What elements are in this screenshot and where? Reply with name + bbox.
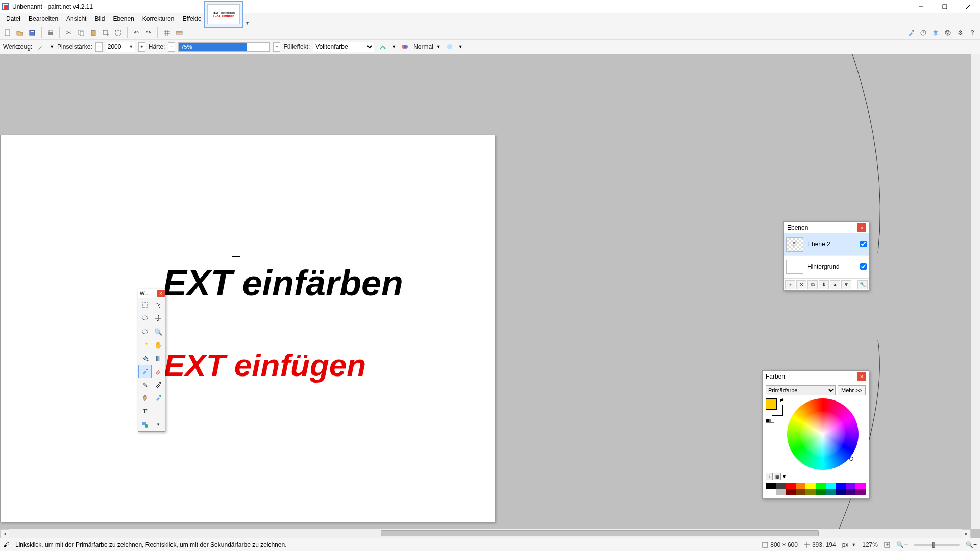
tool-magic-wand[interactable] — [138, 338, 152, 352]
status-unit-selector[interactable]: px▼ — [842, 541, 856, 548]
toggle-tools-panel-button[interactable] — [905, 27, 917, 38]
menu-bild[interactable]: Bild — [90, 13, 109, 26]
layer-add-button[interactable]: ＋ — [785, 280, 795, 289]
save-file-button[interactable] — [27, 27, 38, 38]
primary-color-swatch[interactable] — [766, 398, 777, 410]
fill-select[interactable]: Volltonfarbe — [313, 42, 374, 52]
tools-panel-close[interactable]: × — [157, 290, 165, 297]
undo-button[interactable]: ↶ — [131, 27, 142, 38]
tool-picker-button[interactable] — [35, 41, 46, 53]
layer-visible-checkbox[interactable] — [860, 241, 867, 247]
menu-datei[interactable]: Datei — [2, 13, 24, 26]
crop-button[interactable] — [100, 27, 111, 38]
hscroll-left-arrow[interactable]: ◂ — [0, 529, 9, 538]
reset-colors-icon[interactable] — [766, 419, 774, 423]
swap-colors-icon[interactable]: ⇄ — [780, 397, 784, 403]
window-minimize-button[interactable] — [910, 1, 933, 13]
tool-rect-select[interactable] — [138, 298, 152, 312]
canvas[interactable]: EXT einfärben EXT einfügen — [0, 135, 495, 522]
menu-effekte[interactable]: Effekte — [179, 13, 206, 26]
tool-text[interactable]: T — [138, 405, 152, 418]
tool-picker-caret[interactable]: ▼ — [50, 44, 54, 49]
tool-zoom[interactable]: 🔍 — [152, 325, 165, 338]
color-mode-select[interactable]: Primärfarbe — [766, 385, 836, 395]
antialias-button[interactable] — [377, 41, 388, 53]
horizontal-scrollbar[interactable]: ◂ ▸ — [0, 529, 971, 538]
tool-line[interactable] — [152, 405, 165, 418]
layer-properties-button[interactable]: 🔧 — [857, 280, 868, 289]
layer-duplicate-button[interactable]: ⧉ — [807, 280, 818, 289]
layer-moveup-button[interactable]: ▲ — [830, 280, 840, 289]
hardness-increment[interactable]: + — [273, 42, 280, 52]
help-button[interactable]: ? — [967, 27, 978, 38]
color-wheel-picker[interactable] — [849, 457, 853, 461]
paste-button[interactable] — [88, 27, 99, 38]
menu-ebenen[interactable]: Ebenen — [109, 13, 138, 26]
brush-size-increment[interactable]: + — [138, 42, 145, 52]
tool-paintbrush[interactable] — [138, 365, 152, 378]
tool-move-pixels[interactable] — [152, 312, 165, 325]
overwrite-button[interactable] — [444, 41, 455, 53]
redo-button[interactable]: ↷ — [143, 27, 154, 38]
color-palette[interactable] — [766, 483, 866, 495]
layer-mergedown-button[interactable]: ⬇ — [819, 280, 829, 289]
blend-mode-caret[interactable]: ▼ — [436, 44, 441, 49]
document-tab-1[interactable]: TEXT einfärben TEXT einfügen — [204, 1, 243, 28]
tool-pan[interactable]: ✋ — [152, 338, 165, 352]
tool-recolor[interactable] — [152, 391, 165, 405]
colors-more-button[interactable]: Mehr >> — [838, 385, 866, 395]
document-tab-overflow[interactable]: ▾ — [246, 20, 253, 28]
menu-ansicht[interactable]: Ansicht — [62, 13, 90, 26]
zoom-out-button[interactable]: 🔍− — [896, 541, 908, 548]
toggle-layers-panel-button[interactable] — [930, 27, 941, 38]
cut-button[interactable]: ✂ — [63, 27, 75, 38]
palette-caret[interactable]: ▼ — [782, 474, 787, 479]
tool-fill[interactable] — [138, 352, 152, 365]
zoom-fit-button[interactable] — [884, 542, 890, 548]
zoom-in-button[interactable]: 🔍+ — [966, 541, 977, 548]
settings-button[interactable]: ⚙ — [954, 27, 966, 38]
deselect-button[interactable] — [112, 27, 124, 38]
tool-eraser[interactable] — [152, 365, 165, 378]
tool-move-select[interactable] — [152, 298, 165, 312]
tools-panel-header[interactable]: W… × — [138, 289, 165, 298]
brush-size-field[interactable]: ▼ — [106, 42, 135, 52]
menu-bearbeiten[interactable]: Bearbeiten — [24, 13, 62, 26]
layer-row-hintergrund[interactable]: Hintergrund — [784, 256, 869, 278]
layer-delete-button[interactable]: ✕ — [796, 280, 806, 289]
window-close-button[interactable] — [957, 1, 980, 13]
toggle-colors-panel-button[interactable] — [942, 27, 953, 38]
layers-panel-close[interactable]: × — [857, 223, 866, 232]
copy-button[interactable] — [76, 27, 87, 38]
palette-manage-button[interactable]: ▦ — [774, 473, 781, 480]
tool-lasso[interactable] — [138, 312, 152, 325]
tool-shapes[interactable] — [138, 418, 152, 431]
tool-gradient[interactable] — [152, 352, 165, 365]
open-file-button[interactable] — [14, 27, 26, 38]
zoom-slider[interactable] — [914, 544, 960, 546]
colors-panel-close[interactable]: × — [857, 372, 866, 381]
window-maximize-button[interactable] — [933, 1, 957, 13]
menu-korrekturen[interactable]: Korrekturen — [138, 13, 179, 26]
color-wheel[interactable] — [787, 398, 859, 470]
antialias-caret[interactable]: ▼ — [391, 44, 396, 49]
hardness-slider[interactable]: 75% — [178, 42, 270, 52]
tool-pencil[interactable]: ✎ — [138, 378, 152, 391]
tool-clone[interactable] — [138, 391, 152, 405]
layers-panel-header[interactable]: Ebenen × — [784, 222, 869, 233]
grid-button[interactable] — [161, 27, 173, 38]
tool-ellipse-select[interactable] — [138, 325, 152, 338]
hardness-decrement[interactable]: − — [168, 42, 175, 52]
ruler-button[interactable] — [174, 27, 185, 38]
layer-visible-checkbox[interactable] — [860, 263, 867, 270]
brush-size-decrement[interactable]: − — [95, 42, 103, 52]
vertical-scrollbar[interactable] — [971, 54, 980, 529]
tool-color-picker[interactable] — [152, 378, 165, 391]
brush-size-input[interactable] — [106, 43, 128, 51]
brush-size-dropdown[interactable]: ▼ — [128, 44, 135, 49]
color-swatches[interactable]: ⇄ — [766, 398, 783, 416]
layer-row-ebene-2[interactable]: TXTTXT Ebene 2 — [784, 233, 869, 256]
tool-shapes-caret[interactable]: ▼ — [152, 418, 165, 431]
new-file-button[interactable] — [2, 27, 13, 38]
palette-add-button[interactable]: ＋ — [766, 473, 773, 480]
